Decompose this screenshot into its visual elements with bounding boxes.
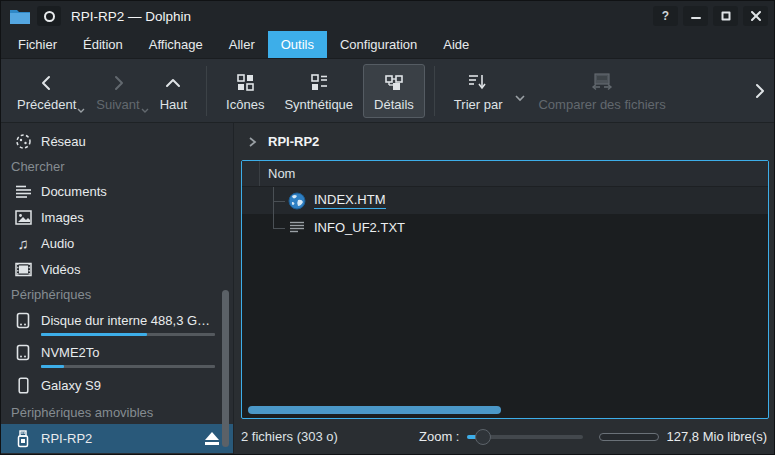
menubar: Fichier Édition Affichage Aller Outils C… <box>1 31 774 59</box>
breadcrumb-location[interactable]: RPI-RP2 <box>268 134 319 149</box>
sidebar-item-label: Galaxy S9 <box>41 378 101 393</box>
view-compact-button[interactable]: Synthétique <box>274 65 363 117</box>
view-details-button[interactable]: Détails <box>363 64 425 118</box>
sidebar-item-label: Vidéos <box>41 262 81 277</box>
disk-usage-fill <box>41 365 64 368</box>
file-row[interactable]: INFO_UF2.TXT <box>242 214 768 241</box>
sidebar-item-videos[interactable]: Vidéos <box>1 256 233 282</box>
documents-icon <box>14 184 32 199</box>
file-name[interactable]: INFO_UF2.TXT <box>314 220 405 236</box>
capacity-bar <box>599 433 659 441</box>
details-view-icon <box>384 70 404 92</box>
file-row[interactable]: INDEX.HTM <box>242 187 768 214</box>
chevron-down-icon[interactable] <box>514 94 526 102</box>
globe-icon <box>288 192 306 210</box>
tree-branch <box>260 214 288 241</box>
sidebar-item-disque-dur[interactable]: Disque dur interne 488,3 G… <box>1 306 233 338</box>
view-compact-label: Synthétique <box>284 97 353 112</box>
forward-label: Suivant <box>96 97 139 112</box>
up-label: Haut <box>160 97 187 112</box>
menu-configuration[interactable]: Configuration <box>327 31 430 58</box>
compare-files-label: Comparer des fichiers <box>538 97 665 112</box>
section-header-chercher: Chercher <box>1 154 233 178</box>
menu-edition[interactable]: Édition <box>70 31 136 58</box>
help-button[interactable]: ? <box>653 6 678 26</box>
sort-group: Trier par <box>444 65 529 117</box>
sidebar-item-rpi-rp2[interactable]: RPI-RP2 <box>1 424 233 453</box>
toolbar: Précédent Suivant Haut <box>1 59 774 123</box>
app-icon <box>44 11 55 22</box>
phone-icon <box>14 377 32 394</box>
folder-view[interactable]: Nom INDEX.HTM <box>241 160 769 419</box>
toolbar-overflow-chevron-icon[interactable] <box>752 82 768 100</box>
column-header-nom[interactable]: Nom <box>260 166 295 181</box>
sidebar-scrollbar[interactable] <box>222 290 229 447</box>
folder-icon <box>9 7 31 25</box>
menu-aide[interactable]: Aide <box>430 31 482 58</box>
expander-column <box>242 161 260 186</box>
dolphin-window: RPI-RP2 — Dolphin ? Fichier Édition Affi… <box>0 0 775 455</box>
statusbar: 2 fichiers (303 o) Zoom : 127,8 Mio libr… <box>234 419 774 454</box>
view-icons-button[interactable]: Icônes <box>216 65 274 117</box>
app-menu-button[interactable] <box>37 6 61 26</box>
menu-aller[interactable]: Aller <box>216 31 268 58</box>
sidebar-item-galaxy-s9[interactable]: Galaxy S9 <box>1 370 233 400</box>
videos-icon <box>14 262 32 277</box>
chevron-up-icon <box>163 70 183 92</box>
close-icon <box>751 11 761 21</box>
window-controls: ? <box>653 6 768 26</box>
icons-view-icon <box>235 70 255 92</box>
compare-files-button[interactable]: Comparer des fichiers <box>528 65 675 117</box>
section-header-peripheriques: Périphériques <box>1 282 233 306</box>
zoom-label: Zoom : <box>419 429 459 444</box>
file-name[interactable]: INDEX.HTM <box>314 192 386 209</box>
sidebar-item-documents[interactable]: Documents <box>1 178 233 204</box>
eject-icon <box>205 432 219 440</box>
column-header-row: Nom <box>242 161 768 187</box>
window-title: RPI-RP2 — Dolphin <box>71 9 191 24</box>
back-button[interactable]: Précédent <box>7 65 86 117</box>
menu-fichier[interactable]: Fichier <box>5 31 70 58</box>
files-summary: 2 fichiers (303 o) <box>241 429 419 444</box>
text-file-icon <box>288 220 306 235</box>
sort-button[interactable]: Trier par <box>444 65 513 117</box>
back-label: Précédent <box>17 97 76 112</box>
usb-drive-icon <box>14 430 32 448</box>
sidebar-item-reseau[interactable]: Réseau <box>1 128 233 154</box>
sidebar-item-label: Images <box>41 210 84 225</box>
chevron-down-icon <box>141 108 149 113</box>
maximize-button[interactable] <box>713 6 738 26</box>
audio-icon: ♫ <box>14 236 32 251</box>
hard-drive-icon <box>14 344 32 361</box>
forward-button[interactable]: Suivant <box>86 65 149 117</box>
titlebar-icons <box>9 6 61 26</box>
eject-button[interactable] <box>205 432 219 445</box>
horizontal-scrollbar[interactable] <box>248 406 501 414</box>
chevron-down-icon <box>77 108 85 113</box>
compare-files-icon <box>590 70 614 92</box>
section-header-amovibles: Périphériques amovibles <box>1 400 233 424</box>
sidebar-item-audio[interactable]: ♫ Audio <box>1 230 233 256</box>
network-icon <box>14 133 32 150</box>
sidebar-item-label: NVME2To <box>41 345 100 360</box>
titlebar: RPI-RP2 — Dolphin ? <box>1 1 774 31</box>
chevron-right-icon <box>247 136 258 148</box>
sidebar-item-label: Documents <box>41 184 107 199</box>
sidebar-item-images[interactable]: Images <box>1 204 233 230</box>
minimize-button[interactable] <box>683 6 708 26</box>
free-space-label: 127,8 Mio libre(s) <box>667 429 767 444</box>
up-button[interactable]: Haut <box>150 65 197 117</box>
sidebar-item-nvme2to[interactable]: NVME2To <box>1 338 233 370</box>
window-body: Réseau Chercher Documents <box>1 123 774 454</box>
zoom-slider-handle[interactable] <box>475 429 491 445</box>
toolbar-separator <box>434 66 435 116</box>
zoom-slider[interactable] <box>467 435 583 439</box>
sidebar-item-label: Audio <box>41 236 74 251</box>
close-button[interactable] <box>743 6 768 26</box>
menu-outils[interactable]: Outils <box>268 31 327 58</box>
breadcrumb[interactable]: RPI-RP2 <box>234 123 774 160</box>
menu-affichage[interactable]: Affichage <box>136 31 216 58</box>
toolbar-separator <box>206 66 207 116</box>
tree-branch <box>260 187 288 214</box>
maximize-icon <box>721 11 731 21</box>
